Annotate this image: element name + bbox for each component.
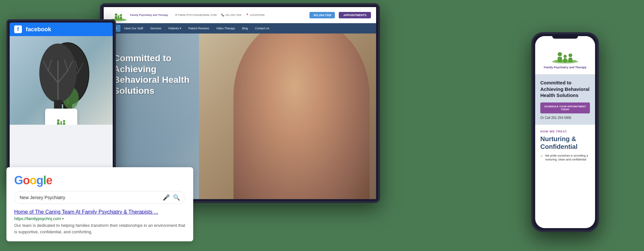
google-search-panel: Google 🎤 🔍 Home of The Caring Team At Fa… [6, 167, 193, 241]
svg-point-4 [120, 14, 122, 16]
google-logo-o1: o [23, 174, 30, 187]
search-input[interactable] [20, 195, 159, 200]
nav-video-therapy[interactable]: Video Therapy [213, 25, 238, 32]
phone-logo-text: Family Psychiatry and Therapy [544, 66, 587, 69]
google-logo-o2: o [30, 174, 36, 187]
facebook-header: f facebook [10, 23, 113, 36]
appointments-button[interactable]: APPOINTMENTS [339, 12, 371, 18]
search-icons: 🎤 🔍 [163, 194, 180, 201]
svg-rect-5 [120, 16, 122, 19]
search-result-url: https://familypsychnj.com ▾ [14, 216, 185, 221]
tablet-device: f facebook [6, 19, 116, 187]
facebook-image [10, 36, 113, 125]
phone-schedule-button[interactable]: SCHEDULE YOUR APPOINTMENT TODAY [540, 102, 590, 113]
svg-point-6 [118, 15, 119, 17]
svg-rect-35 [60, 123, 62, 125]
nav-services[interactable]: Services [147, 25, 165, 32]
website-header: Family Psychiatry and Therapy ✉ FAMILYPS… [104, 7, 376, 23]
nav-meet-staff[interactable]: Meet Our Staff [121, 25, 146, 32]
phone-logo-icon [549, 46, 581, 64]
phone-button[interactable]: 201.254.7328 [309, 12, 335, 18]
svg-point-40 [569, 53, 573, 57]
svg-rect-39 [558, 57, 562, 62]
website-nav: Home Meet Our Staff Services Patients ▾ … [104, 23, 376, 34]
svg-rect-7 [118, 17, 119, 20]
svg-rect-3 [115, 16, 118, 20]
facebook-icon: f [14, 25, 22, 33]
phone-logo-section: Family Psychiatry and Therapy [535, 36, 595, 74]
facebook-title: facebook [26, 26, 51, 33]
header-email: ✉ FAMILYPSYCHNJ@GMAIL.COM [175, 14, 217, 16]
tablet-screen: f facebook [10, 23, 113, 184]
svg-point-2 [115, 13, 118, 16]
svg-rect-41 [569, 58, 573, 63]
phone-call-text: Or Call 201-254-5906 [540, 116, 590, 120]
site-logo: Family Psychiatry and Therapy [109, 9, 168, 22]
svg-rect-31 [57, 122, 60, 125]
google-search-bar[interactable]: 🎤 🔍 [14, 191, 185, 204]
phone-hero-section: Committed to Achieving Behavioral Health… [535, 74, 595, 125]
phone-hero-headline: Committed to Achieving Behavioral Health… [540, 80, 590, 99]
google-logo-l: l [43, 174, 46, 187]
svg-point-42 [564, 55, 567, 58]
logo-text: Family Psychiatry and Therapy [130, 14, 168, 17]
google-logo: Google [14, 174, 185, 187]
check-item: ✓ We pride ourselves in providing a nurt… [540, 154, 590, 162]
nav-patients[interactable]: Patients ▾ [165, 25, 185, 32]
check-item-text: We pride ourselves in providing a nurtur… [545, 154, 590, 162]
tablet-frame: f facebook [6, 19, 116, 187]
nav-blog[interactable]: Blog [239, 25, 251, 32]
phone-notch [552, 36, 578, 39]
microphone-icon[interactable]: 🎤 [163, 194, 170, 201]
phone-bottom-section: HOW WE TREAT Nurturing & Confidential ✓ … [535, 125, 595, 167]
header-contact: ✉ FAMILYPSYCHNJ@GMAIL.COM 📞 201.254.7328… [175, 14, 265, 16]
nav-contact[interactable]: Contact Us [252, 25, 273, 32]
search-button-icon[interactable]: 🔍 [173, 194, 180, 201]
google-logo-g: G [14, 174, 23, 187]
url-dropdown-arrow: ▾ [62, 217, 64, 220]
svg-point-32 [63, 120, 65, 122]
google-logo-e: e [46, 174, 52, 187]
svg-point-34 [60, 121, 62, 123]
hero-text-block: Committed to Achieving Behavioral Health… [113, 53, 197, 96]
search-result-title[interactable]: Home of The Caring Team At Family Psychi… [14, 209, 185, 215]
phone-content: Family Psychiatry and Therapy Committed … [535, 36, 595, 228]
checkmark-icon: ✓ [540, 154, 543, 159]
nurturing-title: Nurturing & Confidential [540, 135, 590, 150]
google-logo-g2: g [36, 174, 43, 187]
svg-rect-43 [564, 58, 567, 63]
header-locations: 📍 LOCATIONS [246, 14, 265, 16]
how-we-treat-label: HOW WE TREAT [540, 130, 590, 133]
facebook-logo-card [45, 109, 77, 125]
svg-point-38 [558, 52, 562, 56]
hero-headline: Committed to Achieving Behavioral Health… [113, 53, 197, 96]
svg-point-30 [57, 119, 60, 122]
phone-screen: Family Psychiatry and Therapy Committed … [535, 36, 595, 228]
svg-rect-33 [63, 122, 65, 125]
search-result-description: Our team is dedicated to helping familie… [14, 222, 185, 235]
phone-frame: Family Psychiatry and Therapy Committed … [531, 32, 599, 232]
nav-patient-reviews[interactable]: Patient Reviews [185, 25, 213, 32]
fb-logo-icon [52, 115, 71, 125]
phone-device: Family Psychiatry and Therapy Committed … [531, 32, 599, 232]
header-phone: 📞 201.254.7328 [221, 14, 241, 16]
facebook-content [10, 36, 113, 184]
